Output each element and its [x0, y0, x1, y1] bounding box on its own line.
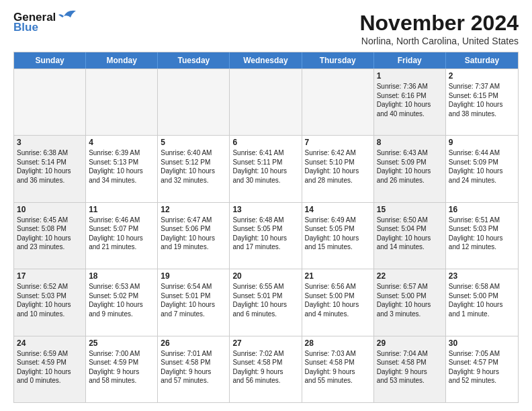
month-title: November 2024	[359, 11, 519, 36]
weekday-header: Thursday	[302, 52, 374, 68]
day-number: 30	[449, 338, 515, 348]
calendar-day: 4Sunrise: 6:39 AM Sunset: 5:13 PM Daylig…	[86, 136, 158, 201]
calendar-body: 1Sunrise: 7:36 AM Sunset: 6:16 PM Daylig…	[14, 68, 518, 402]
day-number: 6	[232, 138, 298, 147]
calendar-day: 27Sunrise: 7:02 AM Sunset: 4:58 PM Dayli…	[230, 336, 302, 402]
calendar-day: 1Sunrise: 7:36 AM Sunset: 6:16 PM Daylig…	[374, 69, 446, 135]
calendar-day: 14Sunrise: 6:49 AM Sunset: 5:05 PM Dayli…	[302, 203, 374, 269]
day-number: 1	[377, 71, 443, 81]
day-info: Sunrise: 6:49 AM Sunset: 5:05 PM Dayligh…	[305, 216, 371, 252]
day-number: 18	[89, 271, 154, 281]
day-number: 7	[305, 138, 371, 147]
logo-bird-icon	[57, 8, 77, 23]
day-info: Sunrise: 6:50 AM Sunset: 5:04 PM Dayligh…	[377, 216, 443, 252]
day-number: 15	[377, 205, 443, 214]
day-number: 10	[17, 205, 83, 214]
calendar-week: 24Sunrise: 6:59 AM Sunset: 4:59 PM Dayli…	[14, 336, 518, 402]
title-block: November 2024 Norlina, North Carolina, U…	[359, 11, 519, 46]
day-info: Sunrise: 6:47 AM Sunset: 5:06 PM Dayligh…	[161, 216, 226, 252]
day-number: 9	[449, 138, 515, 147]
day-info: Sunrise: 6:43 AM Sunset: 5:09 PM Dayligh…	[377, 148, 443, 185]
day-number: 19	[161, 271, 226, 281]
day-number: 4	[89, 138, 154, 147]
day-number: 3	[17, 138, 83, 147]
day-number: 2	[449, 71, 515, 81]
day-info: Sunrise: 7:02 AM Sunset: 4:58 PM Dayligh…	[232, 349, 298, 385]
day-number: 16	[449, 205, 515, 214]
day-info: Sunrise: 6:38 AM Sunset: 5:14 PM Dayligh…	[17, 148, 83, 185]
day-info: Sunrise: 6:59 AM Sunset: 4:59 PM Dayligh…	[17, 349, 83, 385]
day-info: Sunrise: 6:46 AM Sunset: 5:07 PM Dayligh…	[89, 216, 154, 252]
weekday-header: Wednesday	[230, 52, 302, 68]
calendar-header: SundayMondayTuesdayWednesdayThursdayFrid…	[14, 52, 518, 68]
weekday-header: Tuesday	[158, 52, 230, 68]
calendar-day: 19Sunrise: 6:54 AM Sunset: 5:01 PM Dayli…	[158, 269, 230, 335]
calendar-day: 8Sunrise: 6:43 AM Sunset: 5:09 PM Daylig…	[374, 136, 446, 201]
calendar-day: 16Sunrise: 6:51 AM Sunset: 5:03 PM Dayli…	[446, 203, 518, 269]
day-number: 8	[377, 138, 443, 147]
day-info: Sunrise: 7:36 AM Sunset: 6:16 PM Dayligh…	[377, 82, 443, 118]
day-info: Sunrise: 6:57 AM Sunset: 5:00 PM Dayligh…	[377, 282, 443, 318]
day-info: Sunrise: 6:41 AM Sunset: 5:11 PM Dayligh…	[232, 148, 298, 185]
day-number: 5	[161, 138, 226, 147]
location-title: Norlina, North Carolina, United States	[359, 36, 519, 46]
calendar-day: 22Sunrise: 6:57 AM Sunset: 5:00 PM Dayli…	[374, 269, 446, 335]
day-number: 13	[232, 205, 298, 214]
day-info: Sunrise: 6:42 AM Sunset: 5:10 PM Dayligh…	[305, 148, 371, 185]
weekday-header: Saturday	[446, 52, 518, 68]
day-info: Sunrise: 6:54 AM Sunset: 5:01 PM Dayligh…	[161, 282, 226, 318]
calendar-day: 13Sunrise: 6:48 AM Sunset: 5:05 PM Dayli…	[230, 203, 302, 269]
day-info: Sunrise: 6:45 AM Sunset: 5:08 PM Dayligh…	[17, 216, 83, 252]
calendar-empty-cell	[230, 69, 302, 135]
calendar-empty-cell	[158, 69, 230, 135]
day-number: 20	[232, 271, 298, 281]
weekday-header: Sunday	[14, 52, 86, 68]
day-info: Sunrise: 6:40 AM Sunset: 5:12 PM Dayligh…	[161, 148, 226, 185]
calendar-empty-cell	[14, 69, 86, 135]
calendar-day: 25Sunrise: 7:00 AM Sunset: 4:59 PM Dayli…	[86, 336, 158, 402]
calendar-week: 1Sunrise: 7:36 AM Sunset: 6:16 PM Daylig…	[14, 68, 518, 135]
calendar-day: 21Sunrise: 6:56 AM Sunset: 5:00 PM Dayli…	[302, 269, 374, 335]
calendar-empty-cell	[86, 69, 158, 135]
day-number: 29	[377, 338, 443, 348]
day-number: 23	[449, 271, 515, 281]
calendar-week: 10Sunrise: 6:45 AM Sunset: 5:08 PM Dayli…	[14, 202, 518, 269]
logo-block: General Blue	[13, 11, 77, 34]
calendar-week: 17Sunrise: 6:52 AM Sunset: 5:03 PM Dayli…	[14, 269, 518, 335]
calendar-day: 20Sunrise: 6:55 AM Sunset: 5:01 PM Dayli…	[230, 269, 302, 335]
day-info: Sunrise: 7:01 AM Sunset: 4:58 PM Dayligh…	[161, 349, 226, 385]
calendar: SundayMondayTuesdayWednesdayThursdayFrid…	[13, 52, 519, 403]
header: General Blue November 2024 Norlina, Nort…	[13, 11, 519, 46]
day-info: Sunrise: 6:53 AM Sunset: 5:02 PM Dayligh…	[89, 282, 154, 318]
calendar-day: 5Sunrise: 6:40 AM Sunset: 5:12 PM Daylig…	[158, 136, 230, 201]
calendar-day: 12Sunrise: 6:47 AM Sunset: 5:06 PM Dayli…	[158, 203, 230, 269]
calendar-day: 23Sunrise: 6:58 AM Sunset: 5:00 PM Dayli…	[446, 269, 518, 335]
day-number: 11	[89, 205, 154, 214]
day-number: 17	[17, 271, 83, 281]
calendar-day: 30Sunrise: 7:05 AM Sunset: 4:57 PM Dayli…	[446, 336, 518, 402]
calendar-empty-cell	[302, 69, 374, 135]
calendar-day: 26Sunrise: 7:01 AM Sunset: 4:58 PM Dayli…	[158, 336, 230, 402]
page: General Blue November 2024 Norlina, Nort…	[0, 0, 532, 411]
calendar-day: 6Sunrise: 6:41 AM Sunset: 5:11 PM Daylig…	[230, 136, 302, 201]
day-info: Sunrise: 7:00 AM Sunset: 4:59 PM Dayligh…	[89, 349, 154, 385]
day-number: 12	[161, 205, 226, 214]
day-number: 26	[161, 338, 226, 348]
day-info: Sunrise: 7:04 AM Sunset: 4:58 PM Dayligh…	[377, 349, 443, 385]
calendar-day: 24Sunrise: 6:59 AM Sunset: 4:59 PM Dayli…	[14, 336, 86, 402]
day-info: Sunrise: 6:48 AM Sunset: 5:05 PM Dayligh…	[232, 216, 298, 252]
weekday-header: Monday	[86, 52, 158, 68]
weekday-header: Friday	[374, 52, 446, 68]
day-info: Sunrise: 6:55 AM Sunset: 5:01 PM Dayligh…	[232, 282, 298, 318]
calendar-day: 18Sunrise: 6:53 AM Sunset: 5:02 PM Dayli…	[86, 269, 158, 335]
calendar-day: 7Sunrise: 6:42 AM Sunset: 5:10 PM Daylig…	[302, 136, 374, 201]
calendar-day: 2Sunrise: 7:37 AM Sunset: 6:15 PM Daylig…	[446, 69, 518, 135]
calendar-day: 15Sunrise: 6:50 AM Sunset: 5:04 PM Dayli…	[374, 203, 446, 269]
day-info: Sunrise: 6:39 AM Sunset: 5:13 PM Dayligh…	[89, 148, 154, 185]
calendar-day: 9Sunrise: 6:44 AM Sunset: 5:09 PM Daylig…	[446, 136, 518, 201]
day-number: 24	[17, 338, 83, 348]
calendar-day: 10Sunrise: 6:45 AM Sunset: 5:08 PM Dayli…	[14, 203, 86, 269]
calendar-day: 11Sunrise: 6:46 AM Sunset: 5:07 PM Dayli…	[86, 203, 158, 269]
day-info: Sunrise: 6:44 AM Sunset: 5:09 PM Dayligh…	[449, 148, 515, 185]
calendar-day: 3Sunrise: 6:38 AM Sunset: 5:14 PM Daylig…	[14, 136, 86, 201]
